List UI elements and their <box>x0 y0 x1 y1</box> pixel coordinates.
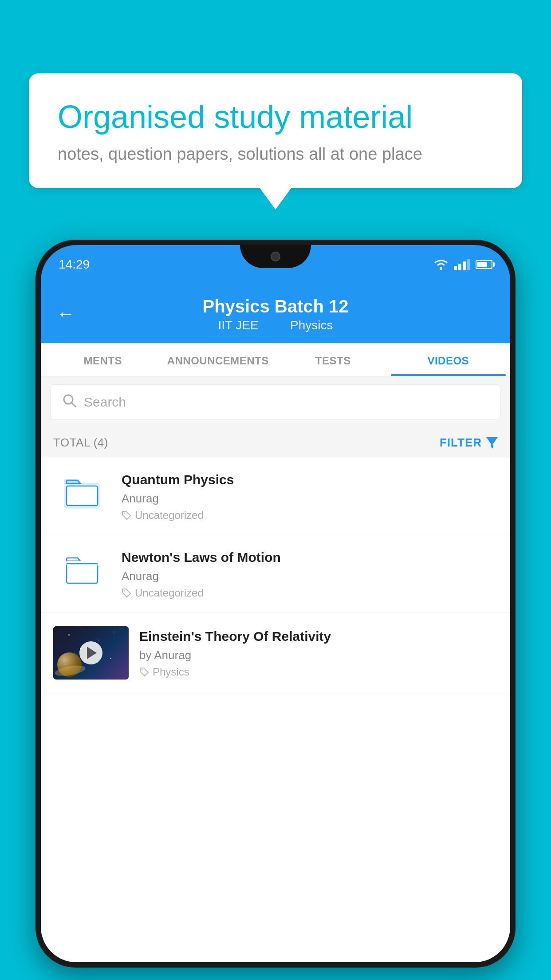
svg-point-9 <box>124 590 125 592</box>
video-tag-2: Uncategorized <box>122 587 498 599</box>
list-item[interactable]: Quantum Physics Anurag Uncategorized <box>41 458 510 535</box>
tab-ments[interactable]: MENTS <box>45 343 161 376</box>
folder-icon-1 <box>64 477 100 509</box>
video-tag-1: Uncategorized <box>122 509 498 522</box>
screen-content: ← Physics Batch 12 IIT JEE Physics MENTS… <box>41 284 510 962</box>
video-title-1: Quantum Physics <box>122 471 498 488</box>
list-item[interactable]: Einstein's Theory Of Relativity by Anura… <box>41 613 510 693</box>
play-triangle-icon <box>87 647 97 659</box>
folder-thumbnail-1 <box>53 471 111 515</box>
video-author-2: Anurag <box>122 569 498 583</box>
video-info-3: Einstein's Theory Of Relativity by Anura… <box>139 628 498 678</box>
play-button[interactable] <box>79 641 102 664</box>
tag-icon-3 <box>139 667 149 677</box>
video-title-2: Newton's Laws of Motion <box>122 549 498 566</box>
svg-rect-7 <box>67 564 98 583</box>
tab-tests[interactable]: TESTS <box>276 343 391 376</box>
video-author-1: Anurag <box>122 492 498 506</box>
svg-marker-3 <box>486 437 498 449</box>
wifi-icon <box>433 259 449 270</box>
tag-label-3: Physics <box>153 666 189 678</box>
folder-icon-2 <box>64 555 100 587</box>
header-subtitle-separator <box>273 318 280 332</box>
search-bar[interactable]: Search <box>51 384 500 420</box>
signal-icon <box>454 259 470 270</box>
svg-line-2 <box>72 403 75 407</box>
svg-point-0 <box>440 267 442 270</box>
speech-bubble-card: Organised study material notes, question… <box>29 73 522 188</box>
tabs-bar: MENTS ANNOUNCEMENTS TESTS VIDEOS <box>41 343 510 376</box>
bubble-title: Organised study material <box>58 98 493 136</box>
header-subtitle-physics: Physics <box>290 318 333 332</box>
header-subtitle-iitjee: IIT JEE <box>218 318 258 332</box>
phone-inner: 14:29 <box>41 245 510 962</box>
status-icons <box>433 259 492 270</box>
tag-icon-1 <box>122 510 131 520</box>
status-time: 14:29 <box>59 257 90 272</box>
phone-frame: 14:29 <box>35 240 516 968</box>
header-subtitle: IIT JEE Physics <box>213 318 338 332</box>
svg-point-10 <box>142 669 143 671</box>
tag-label-2: Uncategorized <box>135 587 204 599</box>
video-info-2: Newton's Laws of Motion Anurag Uncategor… <box>122 549 498 599</box>
video-info-1: Quantum Physics Anurag Uncategorized <box>122 471 498 522</box>
bubble-subtitle: notes, question papers, solutions all at… <box>58 145 493 164</box>
header-title: Physics Batch 12 <box>202 296 348 316</box>
search-wrapper: Search <box>41 376 510 428</box>
svg-rect-5 <box>67 486 98 506</box>
einstein-thumbnail <box>53 626 129 680</box>
back-button[interactable]: ← <box>56 303 75 324</box>
video-title-3: Einstein's Theory Of Relativity <box>139 628 498 645</box>
filter-label: FILTER <box>440 436 482 450</box>
filter-bar: TOTAL (4) FILTER <box>41 428 510 458</box>
notch <box>240 245 311 268</box>
video-author-3: by Anurag <box>139 648 498 662</box>
app-header: ← Physics Batch 12 IIT JEE Physics <box>41 284 510 343</box>
camera <box>271 252 280 261</box>
svg-point-6 <box>124 513 125 514</box>
video-tag-3: Physics <box>139 666 498 678</box>
tag-icon-2 <box>122 588 131 598</box>
speech-bubble-section: Organised study material notes, question… <box>29 73 522 188</box>
filter-button[interactable]: FILTER <box>440 436 498 450</box>
search-placeholder: Search <box>84 395 126 410</box>
total-count: TOTAL (4) <box>53 436 108 450</box>
video-list: Quantum Physics Anurag Uncategorized <box>41 458 510 693</box>
battery-icon <box>476 260 492 269</box>
search-icon <box>62 393 77 411</box>
tag-label-1: Uncategorized <box>135 509 204 522</box>
tab-announcements[interactable]: ANNOUNCEMENTS <box>161 343 276 376</box>
folder-thumbnail-2 <box>53 549 111 593</box>
status-bar: 14:29 <box>41 245 510 284</box>
filter-icon <box>486 437 498 449</box>
tab-videos[interactable]: VIDEOS <box>391 343 506 376</box>
list-item[interactable]: Newton's Laws of Motion Anurag Uncategor… <box>41 535 510 613</box>
